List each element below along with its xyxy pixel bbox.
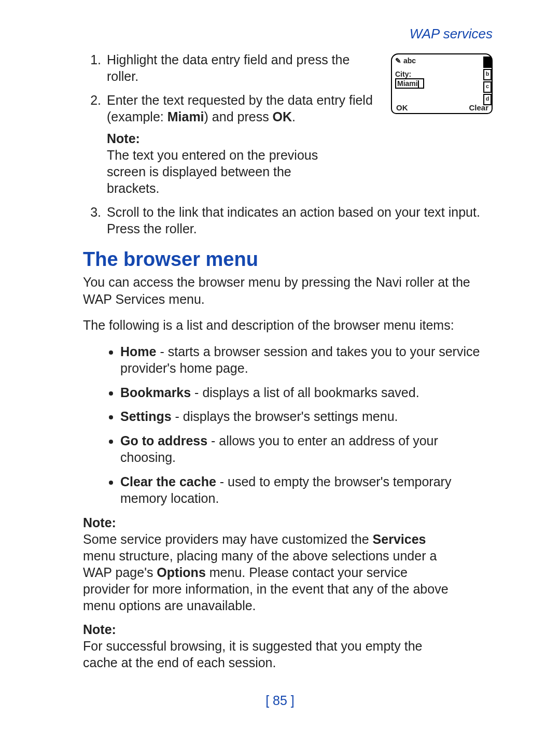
phone-status-bar: ✎ abc [395, 57, 489, 66]
menu-item-label: Home [120, 344, 156, 359]
note-body: Some service providers may have customiz… [83, 531, 453, 614]
scroll-arrow-up-icon [483, 57, 492, 68]
note-services-menu: Note: Some service providers may have cu… [83, 514, 493, 614]
menu-item-desc: - starts a browser session and takes you… [120, 344, 480, 376]
step-3: Scroll to the link that indicates an act… [105, 204, 493, 237]
step-2-mid: ) and press [204, 109, 273, 124]
phone-input-value: Miami [397, 79, 418, 88]
page-number: [ 85 ] [0, 693, 560, 708]
note-label: Note: [107, 130, 143, 147]
step-2: Enter the text requested by the data ent… [105, 92, 382, 196]
menu-items-list: Home - starts a browser session and take… [83, 343, 493, 507]
phone-field-label: City: [395, 70, 489, 78]
menu-item-label: Settings [120, 409, 172, 424]
ordered-steps: Highlight the data entry field and press… [83, 51, 382, 196]
note-label: Note: [83, 621, 119, 638]
phone-scrollbar: b c d [483, 57, 491, 105]
menu-item-desc: - displays a list of all bookmarks saved… [191, 385, 419, 400]
steps-column: Highlight the data entry field and press… [83, 51, 382, 204]
note-empty-cache: Note: For successful browsing, it is sug… [83, 621, 493, 671]
note-body: For successful browsing, it is suggested… [83, 638, 453, 671]
header-section-label: WAP services [83, 26, 493, 42]
section-intro-1: You can access the browser menu by press… [83, 274, 493, 307]
menu-item-home: Home - starts a browser session and take… [120, 343, 493, 377]
ordered-steps-continued: Scroll to the link that indicates an act… [83, 204, 493, 237]
phone-softkeys: OK Clear [395, 102, 489, 113]
document-page: WAP services Highlight the data entry fi… [0, 0, 560, 732]
phone-frame: ✎ abc City: Miami b c d OK [391, 53, 493, 114]
text-cursor [418, 80, 419, 88]
pencil-icon: ✎ [395, 57, 401, 65]
menu-item-go-to-address: Go to address - allows you to enter an a… [120, 432, 493, 466]
menu-item-clear-cache: Clear the cache - used to empty the brow… [120, 473, 493, 507]
note-body: The text you entered on the previous scr… [107, 147, 342, 196]
section-intro-2: The following is a list and description … [83, 317, 493, 334]
input-mode-indicator: abc [403, 57, 416, 65]
section-title: The browser menu [83, 248, 493, 271]
note2-bold-options: Options [157, 565, 205, 580]
steps-and-figure-row: Highlight the data entry field and press… [83, 51, 493, 204]
phone-input-row: Miami [395, 78, 489, 89]
menu-item-label: Clear the cache [120, 474, 216, 489]
menu-item-settings: Settings - displays the browser's settin… [120, 408, 493, 425]
scroll-letter: c [483, 81, 492, 93]
step-2-example-bold: Miami [167, 109, 204, 124]
step-2-ok-bold: OK [273, 109, 292, 124]
menu-item-bookmarks: Bookmarks - displays a list of all bookm… [120, 384, 493, 401]
phone-text-input: Miami [395, 78, 424, 89]
note-label: Note: [83, 514, 119, 531]
step-2-post: . [292, 109, 296, 124]
softkey-left: OK [396, 103, 408, 112]
step-2-note: Note: The text you entered on the previo… [107, 130, 382, 196]
menu-item-label: Bookmarks [120, 385, 191, 400]
scroll-letter: b [483, 69, 492, 80]
menu-item-desc: - displays the browser's settings menu. [172, 409, 398, 424]
note2-bold-services: Services [373, 532, 426, 546]
note2-pre: Some service providers may have customiz… [83, 532, 373, 546]
menu-item-label: Go to address [120, 433, 207, 448]
phone-screen-figure: ✎ abc City: Miami b c d OK [391, 53, 493, 114]
step-1: Highlight the data entry field and press… [105, 51, 382, 85]
scroll-letter: d [483, 94, 492, 105]
